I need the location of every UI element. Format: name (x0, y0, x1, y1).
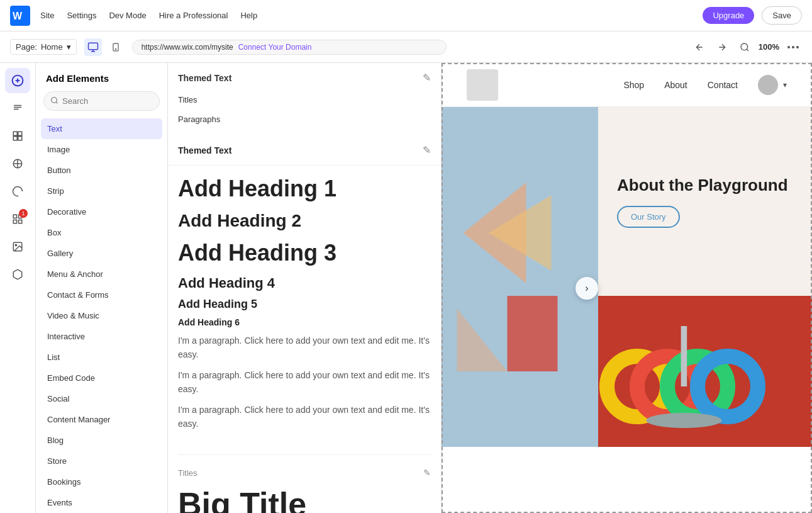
theme-icon-button[interactable] (5, 179, 30, 204)
add-elements-title: Add Elements (46, 73, 109, 84)
mobile-icon[interactable] (107, 38, 125, 56)
zoom-value: 100% (759, 42, 779, 52)
user-dropdown-icon[interactable]: ▾ (783, 81, 787, 89)
second-bar: Page: Home ▾ https://www.wix.com/mysite … (0, 31, 812, 63)
design-icon-button[interactable] (5, 151, 30, 176)
themed-text-content-edit-icon[interactable]: ✎ (423, 144, 431, 156)
add-elements-icon-button[interactable] (5, 68, 30, 93)
search-bar: ? ✕ (43, 91, 160, 111)
heading-3[interactable]: Add Heading 3 (178, 240, 431, 266)
forward-button[interactable] (713, 38, 731, 56)
zoom-icon[interactable] (736, 38, 754, 56)
paragraph-2[interactable]: I'm a paragraph. Click here to add your … (178, 368, 431, 397)
element-label-image: Image (47, 145, 70, 154)
notifications-icon-button[interactable]: 1 (5, 206, 30, 232)
element-item-gallery[interactable]: Gallery (41, 243, 162, 264)
element-item-interactive[interactable]: Interactive (41, 326, 162, 347)
svg-point-21 (52, 97, 57, 103)
canvas-arrow-button[interactable]: › (576, 277, 598, 300)
user-avatar[interactable] (758, 75, 778, 95)
svg-rect-13 (18, 137, 22, 140)
search-icon (50, 96, 58, 106)
element-item-embed-code[interactable]: Embed Code (41, 368, 162, 388)
nav-link-shop[interactable]: Shop (623, 80, 644, 90)
element-label-events: Events (47, 498, 72, 507)
element-item-decorative[interactable]: Decorative (41, 201, 162, 222)
element-label-menu-anchor: Menu & Anchor (47, 269, 103, 279)
desktop-icon[interactable] (84, 38, 102, 56)
themed-text-panel: Themed Text ✎ Titles Paragraphs Themed T… (168, 63, 442, 513)
notification-badge: 1 (19, 209, 28, 218)
titles-section-label: Titles ✎ (168, 463, 441, 480)
heading-4[interactable]: Add Heading 4 (178, 275, 431, 291)
paragraph-3[interactable]: I'm a paragraph. Click here to add your … (178, 403, 431, 431)
element-label-content-manager: Content Manager (47, 415, 110, 424)
element-label-list: List (47, 352, 60, 362)
about-card: About the Playground Our Story (598, 107, 812, 296)
nav-link-contact[interactable]: Contact (708, 80, 738, 90)
help-menu-item[interactable]: Help (240, 11, 257, 20)
big-title[interactable]: Big Title (168, 480, 441, 513)
heading-2[interactable]: Add Heading 2 (178, 211, 431, 231)
element-label-video-music: Video & Music (47, 311, 99, 320)
section-divider (178, 454, 431, 455)
site-menu-item[interactable]: Site (40, 11, 54, 20)
element-item-button[interactable]: Button (41, 160, 162, 181)
components-icon-button[interactable] (5, 123, 30, 149)
element-item-box[interactable]: Box (41, 222, 162, 243)
add-elements-panel: Add Elements ? ✕ Text Image Button Strip… (36, 63, 168, 513)
settings-menu-item[interactable]: Settings (67, 11, 96, 20)
element-item-list[interactable]: List (41, 347, 162, 368)
heading-1[interactable]: Add Heading 1 (178, 176, 431, 202)
svg-point-8 (796, 46, 799, 48)
svg-rect-18 (13, 220, 16, 223)
element-item-image[interactable]: Image (41, 139, 162, 160)
themed-text-content-header: Themed Text ✎ (168, 135, 441, 166)
page-selector[interactable]: Page: Home ▾ (10, 39, 77, 55)
more-options-button[interactable] (784, 38, 802, 56)
element-item-video-music[interactable]: Video & Music (41, 305, 162, 326)
element-label-social: Social (47, 394, 69, 403)
add-elements-header: Add Elements (36, 63, 167, 91)
back-button[interactable] (691, 38, 708, 56)
save-button[interactable]: Save (762, 6, 802, 25)
element-item-events[interactable]: Events (41, 492, 162, 513)
element-item-contact-forms[interactable]: Contact & Forms (41, 285, 162, 305)
devmode-menu-item[interactable]: Dev Mode (109, 11, 146, 20)
element-item-blog[interactable]: Blog (41, 430, 162, 451)
element-item-store[interactable]: Store (41, 451, 162, 471)
connect-domain-link[interactable]: Connect Your Domain (238, 43, 312, 52)
svg-rect-10 (13, 132, 17, 135)
upgrade-button[interactable]: Upgrade (703, 7, 754, 24)
svg-text:W: W (13, 11, 23, 21)
canvas-area: Shop About Contact ▾ (442, 63, 812, 513)
element-label-store: Store (47, 456, 67, 466)
pages-icon-button[interactable] (5, 96, 30, 121)
tab-titles[interactable]: Titles (178, 91, 431, 108)
search-input[interactable] (62, 96, 168, 106)
element-item-content-manager[interactable]: Content Manager (41, 409, 162, 430)
heading-5[interactable]: Add Heading 5 (178, 298, 431, 311)
hire-menu-item[interactable]: Hire a Professional (159, 11, 228, 20)
element-item-menu-anchor[interactable]: Menu & Anchor (41, 264, 162, 285)
titles-edit-icon[interactable]: ✎ (423, 468, 431, 478)
element-item-social[interactable]: Social (41, 388, 162, 409)
wix-apps-icon-button[interactable] (5, 262, 30, 287)
our-story-button[interactable]: Our Story (617, 206, 680, 228)
titles-label-text: Titles (178, 468, 197, 478)
element-item-text[interactable]: Text (41, 118, 162, 139)
paragraph-1[interactable]: I'm a paragraph. Click here to add your … (178, 334, 431, 362)
headings-area: Add Heading 1 Add Heading 2 Add Heading … (168, 166, 441, 447)
element-item-strip[interactable]: Strip (41, 181, 162, 201)
tab-paragraphs[interactable]: Paragraphs (178, 111, 431, 128)
themed-text-edit-icon[interactable]: ✎ (423, 72, 431, 84)
element-label-blog: Blog (47, 436, 64, 445)
nav-link-about[interactable]: About (664, 80, 687, 90)
element-item-bookings[interactable]: Bookings (41, 471, 162, 492)
sub-panel-title: Themed Text (178, 73, 231, 83)
nav-links: Shop About Contact (623, 80, 738, 90)
media-icon-button[interactable] (5, 234, 30, 259)
heading-6[interactable]: Add Heading 6 (178, 317, 431, 327)
hero-left-image (442, 107, 598, 447)
website-preview: Shop About Contact ▾ (442, 63, 812, 513)
